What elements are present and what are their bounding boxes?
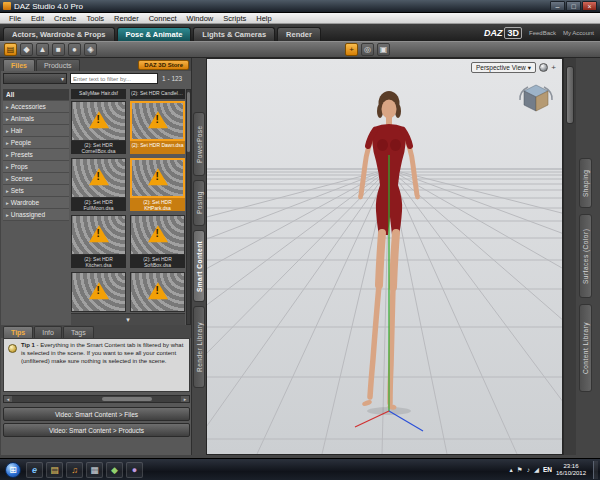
tray-expand-icon[interactable]: ▴ bbox=[510, 466, 513, 474]
windows-explorer-icon[interactable]: ▤ bbox=[46, 462, 63, 478]
maximize-button[interactable]: □ bbox=[566, 1, 581, 11]
language-indicator[interactable]: EN bbox=[543, 466, 552, 473]
feedback-link[interactable]: FeedBack bbox=[529, 30, 556, 36]
tab-info[interactable]: Info bbox=[34, 326, 62, 338]
content-item-thumbnail[interactable] bbox=[130, 215, 185, 255]
view-orientation-cube[interactable] bbox=[516, 79, 556, 117]
video-smart-content-files-button[interactable]: Video: Smart Content > Files bbox=[3, 407, 190, 421]
tip-horizontal-scrollbar[interactable]: ◂ ▸ bbox=[3, 395, 190, 403]
content-item[interactable]: (2): Set HDR FullMoon.dsa bbox=[71, 158, 126, 213]
tab-files[interactable]: Files bbox=[3, 59, 35, 71]
tab-tips[interactable]: Tips bbox=[3, 326, 33, 338]
category-animals[interactable]: Animals bbox=[3, 113, 69, 125]
activity-tab-pose-animate[interactable]: Pose & Animate bbox=[117, 27, 192, 41]
category-presets[interactable]: Presets bbox=[3, 149, 69, 161]
node-selection-icon[interactable]: ▣ bbox=[377, 43, 390, 56]
volume-icon[interactable]: ♪ bbox=[527, 466, 530, 473]
content-item[interactable] bbox=[71, 272, 126, 314]
tip-scrollbar-thumb[interactable] bbox=[102, 397, 152, 401]
rotate-tool-icon[interactable]: ◎ bbox=[361, 43, 374, 56]
grid-scroll-down-button[interactable]: ▾ bbox=[71, 313, 185, 325]
category-people[interactable]: People bbox=[3, 137, 69, 149]
people-icon[interactable]: ◆ bbox=[20, 43, 33, 56]
content-item-thumbnail[interactable] bbox=[71, 215, 126, 255]
taskbar-clock[interactable]: 23:16 16/10/2012 bbox=[556, 463, 586, 477]
network-icon[interactable]: ◢ bbox=[534, 466, 539, 474]
category-props[interactable]: Props bbox=[3, 161, 69, 173]
show-desktop-button[interactable] bbox=[593, 461, 598, 479]
application-icon-3[interactable]: ● bbox=[126, 462, 143, 478]
dock-tab-render-library[interactable]: Render Library bbox=[193, 306, 205, 388]
application-icon-2[interactable]: ◆ bbox=[106, 462, 123, 478]
start-button[interactable]: ⊞ bbox=[5, 462, 21, 478]
menu-help[interactable]: Help bbox=[251, 14, 276, 23]
media-player-icon[interactable]: ♫ bbox=[66, 462, 83, 478]
scroll-left-icon[interactable]: ◂ bbox=[4, 396, 12, 402]
activity-tab-lights-cameras[interactable]: Lights & Cameras bbox=[193, 27, 275, 41]
content-item[interactable]: (2): Set HDR KHPark.dsa bbox=[130, 158, 185, 213]
content-item[interactable]: (2): Set HDR Kitchen.dsa bbox=[71, 215, 126, 270]
category-scenes[interactable]: Scenes bbox=[3, 173, 69, 185]
props-icon[interactable]: ■ bbox=[52, 43, 65, 56]
close-button[interactable]: × bbox=[582, 1, 597, 11]
wardrobe-icon[interactable]: ▲ bbox=[36, 43, 49, 56]
viewport-scrollbar[interactable] bbox=[563, 58, 576, 455]
viewport-canvas[interactable] bbox=[207, 59, 562, 454]
content-item[interactable] bbox=[130, 272, 185, 314]
action-center-flag-icon[interactable]: ⚑ bbox=[517, 466, 523, 474]
menu-connect[interactable]: Connect bbox=[144, 14, 182, 23]
menu-edit[interactable]: Edit bbox=[26, 14, 49, 23]
filter-input[interactable] bbox=[70, 73, 158, 84]
menu-create[interactable]: Create bbox=[49, 14, 82, 23]
smart-content-icon[interactable]: ▤ bbox=[4, 43, 17, 56]
content-item[interactable]: (2): Set HDR SoftBox.dsa bbox=[130, 215, 185, 270]
content-item[interactable]: (2): Set HDR Dawn.dsa bbox=[130, 101, 185, 156]
content-type-dropdown[interactable]: ▾ bbox=[3, 73, 67, 84]
my-account-link[interactable]: My Account bbox=[563, 30, 594, 36]
grid-scrollbar-thumb[interactable] bbox=[187, 92, 190, 152]
content-item-thumbnail[interactable] bbox=[130, 101, 185, 141]
category-sets[interactable]: Sets bbox=[3, 185, 69, 197]
daz-3d-store-button[interactable]: DAZ 3D Store bbox=[138, 60, 189, 70]
application-icon-1[interactable]: ▦ bbox=[86, 462, 103, 478]
dock-tab-powerpose[interactable]: PowerPose bbox=[193, 112, 205, 176]
minimize-button[interactable]: – bbox=[550, 1, 565, 11]
menu-file[interactable]: File bbox=[4, 14, 26, 23]
content-item-thumbnail[interactable] bbox=[71, 272, 126, 312]
tab-products[interactable]: Products bbox=[36, 59, 80, 71]
activity-tab-render[interactable]: Render bbox=[277, 27, 321, 41]
view-selector[interactable]: Perspective View ▾ bbox=[471, 62, 536, 73]
category-all[interactable]: All bbox=[3, 89, 69, 101]
viewport-options-icon[interactable]: + bbox=[549, 62, 558, 73]
content-item-thumbnail[interactable] bbox=[71, 158, 126, 198]
category-accessories[interactable]: Accessories bbox=[3, 101, 69, 113]
dock-tab-smart-content[interactable]: Smart Content bbox=[193, 230, 205, 302]
viewport-scrollbar-thumb[interactable] bbox=[566, 66, 574, 124]
menu-tools[interactable]: Tools bbox=[82, 14, 110, 23]
dock-tab-content-library[interactable]: Content Library bbox=[579, 304, 592, 392]
universal-tool-icon[interactable]: + bbox=[345, 43, 358, 56]
content-item-thumbnail[interactable] bbox=[130, 158, 185, 198]
environment-icon[interactable]: ● bbox=[68, 43, 81, 56]
category-unassigned[interactable]: Unassigned bbox=[3, 209, 69, 221]
menu-window[interactable]: Window bbox=[182, 14, 219, 23]
content-item-thumbnail[interactable] bbox=[130, 272, 185, 312]
render-settings-icon[interactable]: ◈ bbox=[84, 43, 97, 56]
content-item-thumbnail[interactable] bbox=[71, 101, 126, 141]
viewport[interactable]: Perspective View ▾ + bbox=[206, 58, 563, 455]
dock-tab-posing[interactable]: Posing bbox=[193, 180, 205, 226]
scroll-right-icon[interactable]: ▸ bbox=[181, 396, 189, 402]
draw-style-sphere-icon[interactable] bbox=[539, 63, 548, 72]
category-hair[interactable]: Hair bbox=[3, 125, 69, 137]
grid-scrollbar[interactable] bbox=[186, 89, 191, 325]
dock-tab-shaping[interactable]: Shaping bbox=[579, 158, 592, 208]
video-smart-content-products-button[interactable]: Video: Smart Content > Products bbox=[3, 423, 190, 437]
activity-tab-actors[interactable]: Actors, Wardrobe & Props bbox=[3, 27, 115, 41]
dock-tab-surfaces-color[interactable]: Surfaces (Color) bbox=[579, 214, 592, 298]
tab-tags[interactable]: Tags bbox=[63, 326, 94, 338]
internet-explorer-icon[interactable]: e bbox=[26, 462, 43, 478]
content-item[interactable]: (2): Set HDR CornellBox.dsa bbox=[71, 101, 126, 156]
menu-scripts[interactable]: Scripts bbox=[218, 14, 251, 23]
menu-render[interactable]: Render bbox=[109, 14, 144, 23]
category-wardrobe[interactable]: Wardrobe bbox=[3, 197, 69, 209]
